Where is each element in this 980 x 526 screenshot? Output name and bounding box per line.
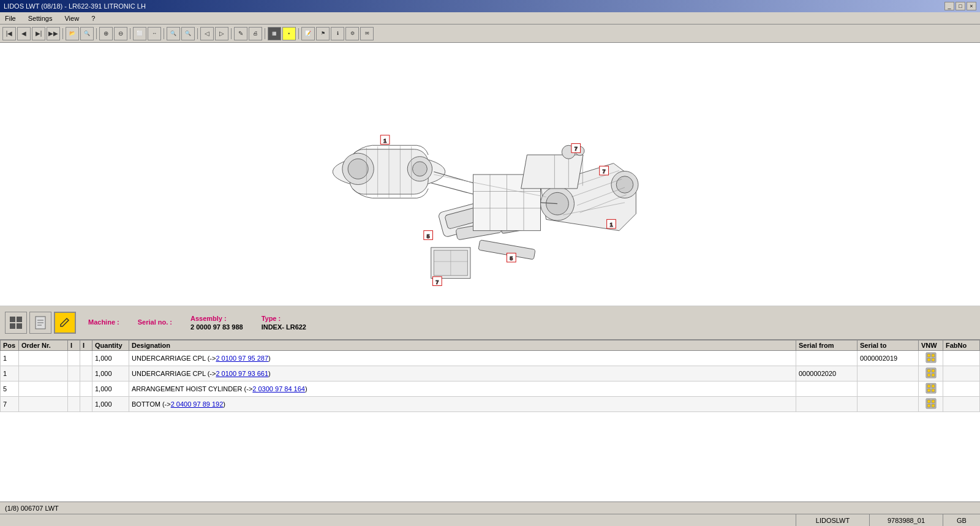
parts-info-bar: Machine : Serial no. : Assembly : 2 0000…	[0, 306, 980, 340]
cell-order-nr	[19, 397, 68, 412]
status-app: LIDOSLWT	[796, 514, 870, 526]
cell-quantity: 1,000	[92, 351, 129, 366]
menu-help[interactable]: ?	[89, 14, 97, 23]
col-order-nr: Order Nr.	[19, 340, 68, 351]
cell-i2	[80, 351, 92, 366]
settings-button[interactable]: ⚙	[345, 27, 359, 40]
part-link[interactable]: 2 0100 97 93 661	[216, 370, 268, 377]
vnw-icon[interactable]	[925, 367, 937, 378]
cell-i1	[68, 381, 80, 397]
info-button[interactable]: ℹ	[331, 27, 344, 40]
svg-text:7: 7	[435, 279, 439, 285]
cell-fabno	[943, 351, 980, 366]
svg-rect-82	[932, 400, 935, 403]
cell-pos: 1	[1, 366, 19, 381]
cell-vnw	[919, 366, 943, 381]
part-link[interactable]: 2 0400 97 89 192	[171, 400, 224, 408]
technical-diagram: 1	[322, 58, 658, 291]
cell-fabno	[943, 366, 980, 381]
print-button[interactable]: 🖨	[249, 27, 262, 40]
cell-fabno	[943, 397, 980, 412]
document-icon	[33, 315, 48, 330]
fit-page-button[interactable]: ⬜	[133, 27, 146, 40]
svg-rect-72	[932, 369, 935, 372]
separator-1	[62, 28, 63, 39]
prev-button[interactable]: ◀	[17, 27, 31, 40]
zoom-area-button[interactable]: 🔍	[80, 27, 94, 40]
footer-info: (1/8) 006707 LWT	[0, 502, 980, 514]
type-value: INDEX- LR622	[262, 323, 306, 331]
grid-view-button[interactable]	[5, 312, 27, 334]
nav-back-button[interactable]: ◁	[200, 27, 214, 40]
first-button[interactable]: |◀	[2, 27, 16, 40]
svg-rect-67	[932, 354, 935, 357]
assembly-label: Assembly :	[190, 315, 243, 322]
cell-fabno	[943, 381, 980, 397]
svg-rect-68	[927, 358, 930, 361]
table-row: 11,000UNDERCARRIAGE CPL (->2 0100 97 95 …	[1, 351, 980, 366]
vnw-icon[interactable]	[925, 383, 937, 394]
vnw-icon[interactable]	[925, 398, 937, 409]
status-bar: LIDOSLWT 9783988_01 GB	[0, 514, 980, 526]
svg-text:1: 1	[383, 137, 386, 143]
cell-order-nr	[19, 351, 68, 366]
zoom-in-button[interactable]: ⊕	[99, 27, 113, 40]
cell-serial-from	[796, 397, 858, 412]
bookmark-button[interactable]: ⚑	[316, 27, 330, 40]
cell-i1	[68, 397, 80, 412]
edit-button[interactable]: ✎	[234, 27, 247, 40]
cell-quantity: 1,000	[92, 366, 129, 381]
svg-point-5	[413, 161, 428, 176]
mail-button[interactable]: ✉	[360, 27, 374, 40]
serial-field: Serial no. :	[138, 318, 172, 327]
cell-serial-from	[796, 381, 858, 397]
fit-width-button[interactable]: ↔	[148, 27, 161, 40]
document-button[interactable]	[29, 312, 51, 334]
cell-pos: 1	[1, 351, 19, 366]
svg-rect-71	[927, 369, 930, 372]
main-content: 1	[0, 43, 980, 514]
last-button[interactable]: ▶▶	[47, 27, 60, 40]
menu-settings[interactable]: Settings	[26, 14, 55, 23]
part-link[interactable]: 2 0300 97 84 164	[252, 385, 305, 393]
cell-quantity: 1,000	[92, 397, 129, 412]
note-button[interactable]: 📝	[301, 27, 315, 40]
toolbar: |◀ ◀ ▶| ▶▶ 📂 🔍 ⊕ ⊖ ⬜ ↔ 🔍 🔍 ◁ ▷ ✎ 🖨 ▦ ▪ 📝…	[0, 24, 980, 43]
cell-order-nr	[19, 381, 68, 397]
parts-table-container: Pos Order Nr. I I Quantity Designation S…	[0, 340, 980, 502]
cell-designation: UNDERCARRIAGE CPL (->2 0100 97 95 287)	[129, 351, 796, 366]
nav-fwd-button[interactable]: ▷	[215, 27, 228, 40]
edit-pencil-button[interactable]	[54, 312, 76, 334]
col-serial-from: Serial from	[796, 340, 858, 351]
assembly-value: 2 0000 97 83 988	[190, 323, 243, 331]
cell-pos: 5	[1, 381, 19, 397]
cell-vnw	[919, 351, 943, 366]
svg-rect-59	[17, 323, 22, 329]
menu-file[interactable]: File	[2, 14, 18, 23]
info-icons	[5, 312, 76, 334]
search2-button[interactable]: 🔍	[181, 27, 195, 40]
maximize-button[interactable]: □	[956, 2, 965, 10]
close-button[interactable]: ×	[967, 2, 976, 10]
minimize-button[interactable]: _	[944, 2, 954, 10]
open-button[interactable]: 📂	[66, 27, 79, 40]
table-row: 71,000BOTTOM (->2 0400 97 89 192)	[1, 397, 980, 412]
type-label: Type :	[262, 315, 306, 322]
svg-point-37	[616, 176, 633, 193]
menu-view[interactable]: View	[62, 14, 81, 23]
vnw-icon[interactable]	[925, 352, 937, 363]
cell-i2	[80, 381, 92, 397]
highlight-button[interactable]: ▪	[282, 27, 296, 40]
col-vnw: VNW	[919, 340, 943, 351]
grid-button[interactable]: ▦	[268, 27, 281, 40]
separator-8	[298, 28, 299, 39]
table-row: 51,000ARRANGEMENT HOIST CYLINDER (->2 03…	[1, 381, 980, 397]
cell-quantity: 1,000	[92, 381, 129, 397]
search-button[interactable]: 🔍	[167, 27, 180, 40]
zoom-out-button[interactable]: ⊖	[114, 27, 127, 40]
cell-serial-from: 0000002020	[796, 366, 858, 381]
svg-text:1: 1	[609, 222, 612, 228]
type-field: Type : INDEX- LR622	[262, 315, 306, 331]
next-button[interactable]: ▶|	[32, 27, 45, 40]
part-link[interactable]: 2 0100 97 95 287	[216, 355, 268, 362]
